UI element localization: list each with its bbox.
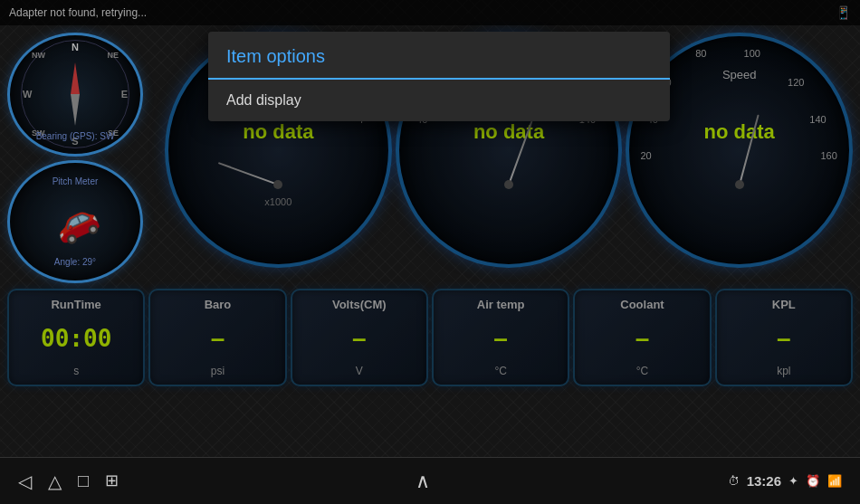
nav-back-button[interactable]: ◁ (18, 471, 32, 492)
nav-time: 13:26 (747, 473, 781, 489)
bluetooth-icon: ✦ (788, 474, 798, 488)
dialog-title: Item options (208, 32, 670, 80)
nav-recent-button[interactable]: □ (78, 471, 89, 492)
item-options-dialog: Item options Add display (208, 32, 670, 121)
nav-home-button[interactable]: △ (48, 471, 62, 492)
clock-icon: ⏱ (728, 474, 740, 488)
nav-left: ◁ △ □ ⊞ (18, 471, 119, 492)
status-title: Adapter not found, retrying... (9, 6, 836, 19)
nav-bar: ◁ △ □ ⊞ ∧ ⏱ 13:26 ✦ ⏰ 📶 (0, 457, 860, 504)
nav-up-button[interactable]: ∧ (416, 470, 430, 493)
signal-icon: 📶 (827, 474, 842, 488)
nav-qr-button[interactable]: ⊞ (105, 471, 119, 492)
adapter-icon: 📱 (836, 5, 851, 20)
nav-right: ⏱ 13:26 ✦ ⏰ 📶 (728, 473, 842, 489)
alarm-icon: ⏰ (806, 474, 820, 488)
status-bar: Adapter not found, retrying... 📱 (0, 0, 860, 25)
add-display-option[interactable]: Add display (208, 80, 670, 121)
